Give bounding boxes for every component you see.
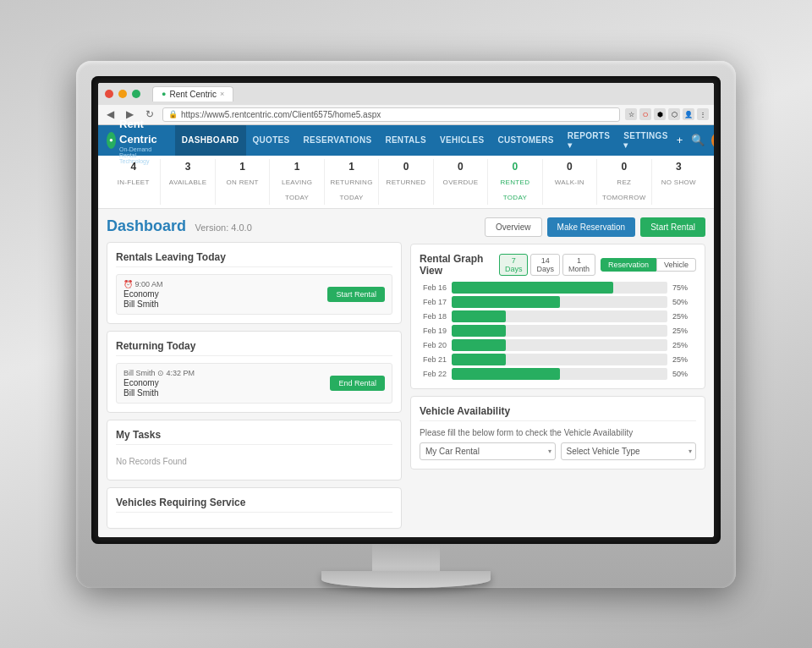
url-box[interactable]: 🔒 https://www5.rentcentric.com/Client657… [162, 107, 620, 122]
overview-button[interactable]: Overview [485, 217, 542, 237]
nav-rentals[interactable]: RENTALS [378, 125, 433, 156]
bar-pct-feb22: 50% [672, 370, 696, 378]
tab-favicon: ● [162, 90, 166, 98]
bookmark-icon[interactable]: ☆ [625, 108, 637, 120]
monitor: ● Rent Centric × ◀ ▶ ↻ 🔒 https://www5.re… [76, 61, 736, 588]
stat-returning-today[interactable]: 1 RETURNING TODAY [325, 159, 379, 205]
returning-vehicle: Economy [123, 378, 195, 387]
bar-track-feb21 [452, 354, 667, 365]
start-rental-button[interactable]: Start Rental [327, 287, 385, 302]
bar-pct-feb18: 25% [672, 312, 696, 321]
bar-label-feb17: Feb 17 [420, 298, 447, 306]
browser-close-btn[interactable] [105, 90, 113, 98]
search-button[interactable]: 🔍 [689, 132, 706, 148]
brand-logo-icon: ● [109, 136, 113, 144]
stat-in-fleet-label: IN-FLEET [118, 178, 150, 186]
vehicles-service-title: Vehicles Requiring Service [116, 497, 392, 513]
brand: ● Rent Centric On-Demand Rental Technolo… [107, 116, 165, 164]
rental-leaving-item: ⏰ 9:00 AM Economy Bill Smith Start Renta… [116, 274, 392, 315]
bar-chart: Feb 16 75% Feb 17 [420, 282, 696, 380]
rental-graph-card: Rental Graph View 7 Days 14 Days 1 Month… [410, 244, 705, 389]
returning-today-info: Bill Smith ⊙ 4:32 PM Economy Bill Smith [123, 369, 195, 398]
type-btn-reservation[interactable]: Reservation [601, 258, 656, 272]
tab-close-icon[interactable]: × [220, 90, 224, 98]
returning-today-card: Returning Today Bill Smith ⊙ 4:32 PM Eco… [107, 331, 402, 413]
vehicle-type-select-wrapper: Select Vehicle Type ▾ [561, 442, 697, 460]
stat-rez-tomorrow-num: 0 [601, 161, 647, 173]
monitor-screen: ● Rent Centric × ◀ ▶ ↻ 🔒 https://www5.re… [98, 83, 714, 537]
nav-settings[interactable]: SETTINGS ▾ [617, 125, 674, 156]
left-panel: Dashboard Version: 4.0.0 Rentals Leaving… [107, 217, 402, 529]
stat-rented-today-label: RENTED TODAY [501, 178, 530, 201]
bar-fill-feb18 [452, 310, 506, 322]
graph-title: Rental Graph View [420, 253, 499, 277]
rental-leaving-customer: Bill Smith [123, 299, 163, 309]
nav-vehicles[interactable]: VEHICLES [433, 125, 491, 156]
stat-overdue[interactable]: 0 OVERDUE [434, 159, 488, 205]
stat-leaving-today[interactable]: 1 LEAVING TODAY [270, 159, 324, 205]
nav-reports[interactable]: REPORTS ▾ [561, 125, 617, 156]
stat-rez-tomorrow-label: REZ TOMORROW [602, 178, 646, 201]
stat-no-show[interactable]: 3 NO SHOW [652, 159, 705, 205]
bar-pct-feb20: 25% [672, 341, 696, 349]
bar-row-feb19: Feb 19 25% [420, 325, 696, 337]
browser-min-btn[interactable] [118, 90, 127, 98]
bar-label-feb16: Feb 16 [420, 283, 447, 292]
time-btn-1month[interactable]: 1 Month [562, 254, 595, 276]
stats-bar: 4 IN-FLEET 3 AVAILABLE 1 ON RENT 1 LEAVI… [98, 156, 714, 209]
browser-tab[interactable]: ● Rent Centric × [152, 86, 233, 102]
returning-today-item: Bill Smith ⊙ 4:32 PM Economy Bill Smith … [116, 363, 392, 404]
menu-icon[interactable]: ⋮ [697, 108, 709, 120]
avatar: A [711, 131, 714, 150]
nav-quotes[interactable]: QUOTES [246, 125, 297, 156]
rentals-leaving-card: Rentals Leaving Today ⏰ 9:00 AM Economy … [107, 242, 402, 324]
extension-icon-1[interactable]: ⬢ [654, 108, 666, 120]
stat-rented-today[interactable]: 0 RENTED TODAY [488, 159, 542, 205]
type-btn-vehicle[interactable]: Vehicle [656, 258, 696, 272]
stat-walk-in[interactable]: 0 WALK-IN [543, 159, 597, 205]
brand-name: Rent Centric [119, 118, 157, 146]
start-rental-top-button[interactable]: Start Rental [640, 217, 705, 237]
browser-max-btn[interactable] [132, 90, 140, 98]
bar-label-feb21: Feb 21 [420, 355, 447, 364]
rental-leaving-info: ⏰ 9:00 AM Economy Bill Smith [123, 280, 163, 309]
vehicle-type-select[interactable]: Select Vehicle Type [561, 442, 697, 460]
stat-on-rent[interactable]: 1 ON RENT [216, 159, 270, 205]
stat-returned[interactable]: 0 RETURNED [379, 159, 433, 205]
time-btn-7days[interactable]: 7 Days [499, 254, 529, 276]
stat-leaving-today-num: 1 [273, 161, 320, 173]
bar-label-feb18: Feb 18 [420, 312, 447, 321]
stat-rented-today-num: 0 [491, 161, 538, 173]
end-rental-button[interactable]: End Rental [330, 376, 385, 391]
browser-titlebar: ● Rent Centric × [98, 83, 714, 105]
dashboard-header-row: Dashboard Version: 4.0.0 [107, 217, 402, 235]
stat-rez-tomorrow[interactable]: 0 REZ TOMORROW [597, 159, 651, 205]
stat-in-fleet[interactable]: 4 IN-FLEET [107, 159, 161, 205]
nav-customers[interactable]: CUSTOMERS [491, 125, 560, 156]
availability-selects: My Car Rental ▾ Select Vehicle Type ▾ [420, 442, 696, 460]
right-panel: Overview Make Reservation Start Rental R… [410, 217, 705, 529]
graph-controls: 7 Days 14 Days 1 Month Reservation Vehic… [499, 254, 696, 276]
nav-right: + 🔍 A ALEX ▾ [675, 131, 714, 150]
nav-dashboard[interactable]: DASHBOARD [175, 125, 246, 156]
rentals-leaving-title: Rentals Leaving Today [116, 251, 392, 267]
bar-label-feb22: Feb 22 [420, 370, 447, 378]
add-button[interactable]: + [675, 132, 685, 148]
my-tasks-title: My Tasks [116, 429, 392, 445]
opera-icon[interactable]: O [639, 108, 651, 120]
make-reservation-button[interactable]: Make Reservation [547, 217, 636, 237]
nav-reservations[interactable]: RESERVATIONS [297, 125, 379, 156]
extension-icon-2[interactable]: ⬡ [668, 108, 680, 120]
time-btn-14days[interactable]: 14 Days [530, 254, 560, 276]
user-profile-icon[interactable]: 👤 [683, 108, 694, 120]
dashboard-title-group: Dashboard Version: 4.0.0 [107, 217, 252, 235]
location-select[interactable]: My Car Rental [420, 442, 556, 460]
graph-time-buttons: 7 Days 14 Days 1 Month [499, 254, 595, 276]
dashboard-title: Dashboard [107, 217, 186, 234]
bar-fill-feb20 [452, 339, 506, 351]
stat-overdue-num: 0 [437, 161, 484, 173]
stat-available[interactable]: 3 AVAILABLE [161, 159, 215, 205]
graph-type-buttons: Reservation Vehicle [601, 258, 696, 272]
vehicle-availability-desc: Please fill the below form to check the … [420, 428, 696, 437]
stat-in-fleet-num: 4 [110, 161, 156, 173]
